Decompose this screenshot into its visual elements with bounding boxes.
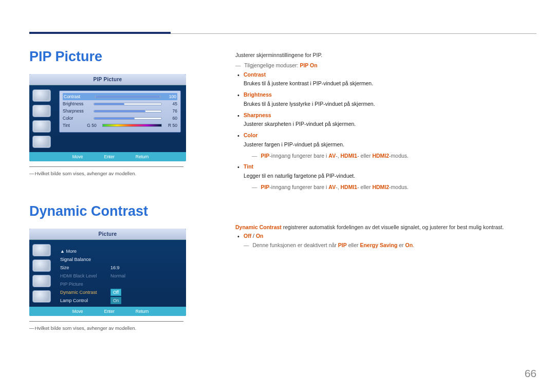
item-color: Color Justerer fargen i PIP-vinduet på s…	[235, 132, 533, 160]
osd-icon-1	[32, 89, 51, 102]
footer-enter: Enter	[98, 154, 114, 159]
pip-settings-list: Contrast Brukes til å justere kontrast i…	[235, 71, 533, 192]
row-signal-balance: Signal Balance	[60, 255, 180, 264]
osd-sidebar-icons	[29, 85, 56, 152]
osd-icon-4	[32, 290, 51, 303]
row-dynamic-contrast: Dynamic ContrastOff	[60, 288, 180, 296]
dyncontrast-note: Denne funksjonen er deaktivert når PIP e…	[244, 241, 533, 250]
row-size: Size16:9	[60, 264, 180, 272]
footer-return: Return	[130, 309, 149, 314]
tint-gradient	[102, 124, 162, 127]
caption-1: ― Hvilket bilde som vises, avhenger av m…	[29, 170, 199, 177]
osd-title-bar: PIP Picture	[29, 74, 186, 85]
osd-value: 100	[164, 94, 176, 99]
color-note: PIP-inngang fungerer bare i AV-, HDMI1- …	[252, 152, 533, 160]
item-tint: Tint Legger til en naturlig fargetone på…	[235, 163, 533, 191]
row-lamp-control: Lamp ControlOn	[60, 296, 180, 305]
right-column: Justerer skjerminnstillingene for PIP. T…	[235, 51, 533, 253]
option-off-on: Off / On	[235, 232, 533, 240]
pip-picture-heading: PIP Picture	[29, 49, 186, 65]
osd-icon-1	[32, 244, 51, 256]
row-hdmi-black: HDMI Black LevelNormal	[60, 272, 180, 280]
osd-icon-2	[32, 105, 51, 117]
modes-note: Tilgjengelige moduser: PIP On	[235, 62, 533, 70]
footer-move: Move	[67, 154, 83, 159]
dynamic-contrast-heading: Dynamic Contrast	[29, 203, 186, 219]
pip-intro: Justerer skjerminnstillingene for PIP.	[235, 51, 533, 60]
osd-row-tint: Tint G 50 R 50	[63, 122, 177, 129]
osd-panel: Contrast 100 Brightness 45 Sharpness 76	[59, 90, 181, 133]
divider-2	[29, 321, 183, 322]
dyncontrast-options: Off / On	[235, 232, 533, 240]
osd-footer: Move Enter Return	[29, 152, 186, 161]
item-contrast: Contrast Brukes til å justere kontrast i…	[235, 71, 533, 88]
osd-icon-3	[32, 120, 51, 133]
osd-screenshot-2: Picture ▲ More Signal Balance Size16:9 H…	[29, 229, 186, 316]
osd-row-sharpness: Sharpness 76	[63, 107, 177, 115]
osd-icon-4	[32, 136, 51, 148]
item-sharpness: Sharpness Justerer skarpheten i PIP-vind…	[235, 111, 533, 129]
osd-screenshot-1: PIP Picture Contrast 100 Brightness	[29, 74, 186, 161]
tint-note: PIP-inngang fungerer bare i AV-, HDMI1- …	[252, 183, 533, 192]
row-more: ▲ More	[60, 247, 180, 255]
osd-title-bar-2: Picture	[29, 229, 186, 240]
divider	[29, 166, 183, 167]
footer-enter: Enter	[98, 309, 114, 314]
footer-move: Move	[67, 309, 83, 314]
osd-row-brightness: Brightness 45	[63, 100, 177, 107]
footer-return: Return	[130, 154, 149, 159]
osd-list: ▲ More Signal Balance Size16:9 HDMI Blac…	[59, 245, 181, 315]
osd-row-color: Color 60	[63, 115, 177, 122]
osd-sidebar-icons-2	[29, 240, 56, 307]
osd-icon-2	[32, 259, 51, 272]
left-column: PIP Picture PIP Picture Contrast 100 Br	[29, 49, 186, 332]
page-top-accent	[29, 32, 171, 34]
osd-footer-2: Move Enter Return	[29, 307, 186, 316]
osd-row-contrast: Contrast 100	[63, 93, 177, 100]
item-brightness: Brightness Brukes til å justere lysstyrk…	[235, 91, 533, 108]
osd-icon-3	[32, 275, 51, 287]
caption-2: ― Hvilket bilde som vises, avhenger av m…	[29, 325, 199, 331]
page-number: 66	[525, 367, 536, 380]
row-pip-picture: PIP Picture	[60, 280, 180, 288]
osd-label: Contrast	[64, 94, 95, 99]
dyncontrast-lead: Dynamic Contrast registrerer automatisk …	[235, 223, 533, 232]
